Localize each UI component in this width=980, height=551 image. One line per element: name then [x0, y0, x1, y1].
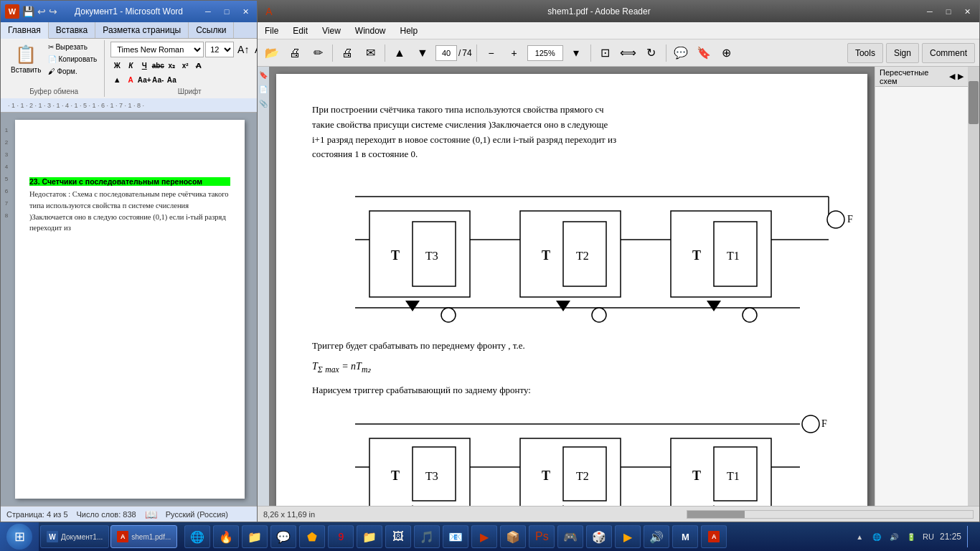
change-case-button[interactable]: Аа	[165, 73, 178, 86]
shrink-font-button[interactable]: Аа-	[151, 73, 164, 86]
taskbar-icon-9[interactable]: 🎵	[414, 525, 440, 548]
italic-button[interactable]: К	[124, 59, 137, 72]
open-button[interactable]: 📂	[262, 43, 282, 63]
taskbar-icon-6[interactable]: 9	[328, 525, 354, 548]
attach-panel-btn[interactable]: 📎	[258, 98, 268, 108]
undo-icon[interactable]: ↩	[37, 6, 46, 17]
taskbar-icon-3[interactable]: 📁	[242, 525, 268, 548]
pdf-maximize-button[interactable]: □	[941, 4, 956, 19]
start-orb[interactable]: ⊞	[6, 524, 32, 550]
show-desktop-button[interactable]	[967, 526, 973, 547]
tab-home[interactable]: Главная	[1, 22, 49, 39]
tray-arrow-icon[interactable]: ▲	[854, 531, 865, 542]
font-color-button[interactable]: A	[124, 73, 137, 86]
fit-width-button[interactable]: ⟺	[618, 43, 639, 63]
font-family-select[interactable]: Times New Roman	[110, 42, 204, 57]
save-icon[interactable]: 💾	[22, 6, 34, 17]
bold-button[interactable]: Ж	[110, 59, 123, 72]
taskbar-icon-17[interactable]: 🔊	[644, 525, 669, 548]
maximize-button[interactable]: □	[219, 4, 235, 19]
increase-font-button[interactable]: A↑	[235, 42, 251, 57]
zoom-dropdown-button[interactable]: ▾	[566, 43, 586, 63]
minimize-button[interactable]: ─	[200, 4, 216, 19]
menu-window[interactable]: Window	[352, 24, 389, 37]
tab-references[interactable]: Ссылки	[189, 22, 234, 38]
zoom-select-button[interactable]: ⊕	[717, 43, 737, 63]
stamp-button[interactable]: 🔖	[694, 43, 714, 63]
taskbar-item-word[interactable]: W Документ1...	[40, 525, 109, 548]
tab-insert[interactable]: Вставка	[49, 22, 96, 38]
pdf-content[interactable]: При построении счётчика такого типа испо…	[269, 67, 875, 506]
comment-tools-button[interactable]: Comment	[922, 43, 975, 63]
comment-button[interactable]: 💬	[671, 43, 691, 63]
zoom-in-button[interactable]: +	[504, 43, 524, 63]
start-button[interactable]: ⊞	[0, 522, 39, 551]
email-button[interactable]: ✉	[360, 43, 380, 63]
pages-panel-btn[interactable]: 📄	[258, 84, 268, 94]
rotate-button[interactable]: ↻	[641, 43, 661, 63]
redo-icon[interactable]: ↪	[49, 6, 57, 17]
page-number-input[interactable]	[435, 45, 457, 61]
panel-back-button[interactable]: ◀	[949, 72, 955, 81]
menu-file[interactable]: File	[262, 24, 281, 37]
pdf-hscrollbar[interactable]	[687, 510, 974, 519]
taskbar-icon-8[interactable]: 🖼	[385, 525, 411, 548]
paste-button[interactable]: 📋 Вставить	[8, 42, 44, 75]
taskbar-icon-2[interactable]: 🔥	[213, 525, 239, 548]
fit-page-button[interactable]: ⊡	[595, 43, 616, 63]
taskbar-icon-7[interactable]: 📁	[357, 525, 382, 548]
pdf-scrollbar[interactable]	[968, 67, 979, 506]
next-page-button[interactable]: ▼	[413, 43, 433, 63]
underline-button[interactable]: Ч	[138, 59, 151, 72]
tools-button[interactable]: Tools	[847, 43, 883, 63]
taskbar-icon-pdf[interactable]: A	[701, 525, 727, 548]
taskbar-item-pdf[interactable]: A shem1.pdf...	[110, 525, 177, 548]
taskbar-icon-4[interactable]: 💬	[270, 525, 296, 548]
menu-help[interactable]: Help	[397, 24, 421, 37]
pdf-hscroll-thumb[interactable]	[687, 511, 745, 518]
print-button[interactable]: 🖨	[285, 43, 305, 63]
svg-text:T2: T2	[576, 250, 589, 262]
menu-view[interactable]: View	[319, 24, 344, 37]
clear-format-button[interactable]: A̶	[192, 59, 205, 72]
pdf-minimize-button[interactable]: ─	[922, 4, 938, 19]
word-page[interactable]: 23. Счетчики с последовательным переносо…	[15, 120, 245, 499]
superscript-button[interactable]: х²	[179, 59, 192, 72]
prev-page-button[interactable]: ▲	[390, 43, 410, 63]
taskbar-icon-10[interactable]: 📧	[443, 525, 468, 548]
tray-volume-icon[interactable]: 🔊	[888, 531, 900, 542]
taskbar-icon-5[interactable]: ⬟	[299, 525, 325, 548]
font-size-select[interactable]: 12	[205, 42, 234, 57]
taskbar-icon-14[interactable]: 🎮	[557, 525, 583, 548]
zoom-out-button[interactable]: −	[481, 43, 501, 63]
sign-button[interactable]: Sign	[886, 43, 919, 63]
grow-font-button[interactable]: Аа+	[138, 73, 151, 86]
panel-forward-button[interactable]: ▶	[958, 72, 963, 81]
menu-edit[interactable]: Edit	[290, 24, 311, 37]
spell-check-icon[interactable]: 📖	[145, 509, 157, 520]
highlight-button[interactable]: ▲	[110, 73, 123, 86]
taskbar-icon-18[interactable]: M	[672, 525, 698, 548]
tab-layout[interactable]: Разметка страницы	[95, 22, 189, 38]
subscript-button[interactable]: х₂	[165, 59, 178, 72]
taskbar-icon-16[interactable]: ▶	[615, 525, 641, 548]
taskbar-icon-11[interactable]: ▶	[471, 525, 497, 548]
cut-button[interactable]: ✂Вырезать	[45, 42, 100, 52]
taskbar-icon-1[interactable]: 🌐	[184, 525, 210, 548]
tray-network-icon[interactable]: 🌐	[871, 531, 882, 542]
bookmark-panel-btn[interactable]: 🔖	[258, 70, 268, 80]
format-painter-button[interactable]: 🖌Форм.	[45, 66, 100, 77]
taskbar-icon-12[interactable]: 📦	[500, 525, 526, 548]
taskbar-icon-13[interactable]: Ps	[529, 525, 555, 548]
taskbar-icon-15[interactable]: 🎲	[586, 525, 612, 548]
word-doc-area[interactable]: 12345678 23. Счетчики с последовательным…	[1, 113, 258, 506]
strikethrough-button[interactable]: аbс	[151, 59, 164, 72]
close-button[interactable]: ✕	[237, 4, 253, 19]
print2-button[interactable]: 🖨	[337, 43, 357, 63]
edit-button[interactable]: ✏	[308, 43, 328, 63]
pdf-scroll-thumb[interactable]	[969, 81, 979, 124]
pdf-close-button[interactable]: ✕	[959, 4, 975, 19]
tray-battery-icon[interactable]: 🔋	[905, 531, 917, 542]
copy-button[interactable]: 📄Копировать	[45, 54, 100, 65]
zoom-input[interactable]	[527, 45, 563, 61]
